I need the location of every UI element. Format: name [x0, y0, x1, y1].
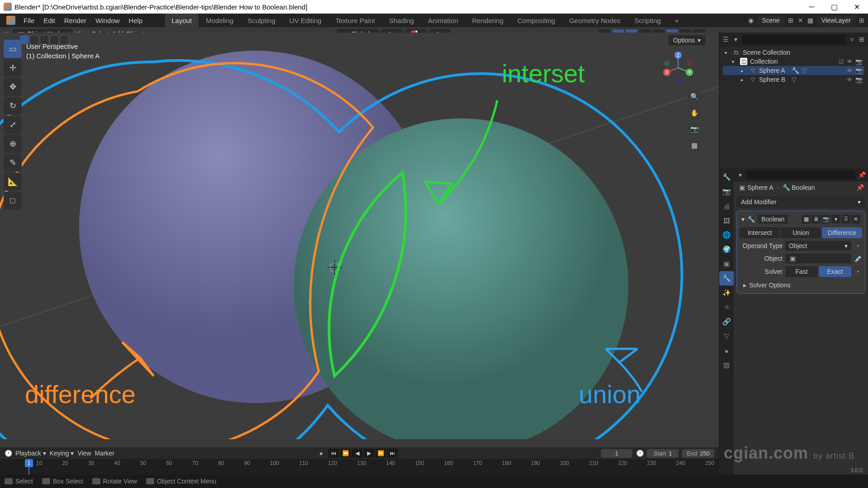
zoom-icon[interactable]: 🔍 [688, 90, 701, 103]
orientation-gizmo[interactable]: Z X Y [660, 50, 696, 86]
op-union[interactable]: Union [781, 227, 821, 238]
pin-icon[interactable]: 📌 [858, 171, 865, 178]
autokey-icon[interactable]: ● [317, 450, 325, 457]
tree-scene-collection[interactable]: ▾🗀Scene Collection [723, 48, 864, 57]
timeline-cursor[interactable]: 1 [25, 459, 33, 467]
tree-collection[interactable]: ▾◫Collection ☑👁📷 [723, 57, 864, 66]
tool-add-cube[interactable]: □ [4, 192, 22, 210]
tab-modeling[interactable]: Modeling [200, 14, 240, 27]
pin-icon[interactable]: 📌 [856, 184, 863, 191]
minimize-button[interactable]: ─ [800, 0, 823, 14]
scene-selector[interactable]: Scene [757, 15, 784, 25]
tab-layout[interactable]: Layout [165, 14, 198, 27]
mod-toggle-render[interactable]: 📷 [821, 215, 830, 224]
eye-icon[interactable]: 👁 [847, 67, 853, 74]
prev-key[interactable]: ⏪ [340, 449, 351, 458]
maximize-button[interactable]: ▢ [823, 0, 845, 14]
tab-animation[interactable]: Animation [422, 14, 465, 27]
new-scene-icon[interactable]: ⊞ [787, 17, 794, 24]
delete-scene-icon[interactable]: ✕ [797, 17, 804, 24]
tab-render[interactable]: 📷 [719, 184, 734, 199]
mod-drag[interactable]: ⠿ [841, 215, 850, 224]
tab-geometry-nodes[interactable]: Geometry Nodes [563, 14, 627, 27]
prop-anim-icon[interactable]: • [854, 268, 862, 275]
tab-texture-paint[interactable]: Texture Paint [329, 14, 382, 27]
viewport-options[interactable]: Options▾ [669, 35, 705, 45]
mod-delete[interactable]: ✕ [851, 215, 860, 224]
solver-exact[interactable]: Exact [819, 266, 851, 277]
camera-icon[interactable]: 📷 [855, 76, 863, 83]
tl-view[interactable]: View [77, 450, 91, 457]
tool-move[interactable]: ✥ [4, 78, 22, 96]
mod-toggle-realtime[interactable]: 🖥 [811, 215, 821, 224]
viewlayer-selector[interactable]: ViewLayer [817, 15, 855, 25]
props-type-icon[interactable]: ▾ [736, 171, 744, 178]
blender-icon[interactable] [6, 16, 15, 25]
mod-toggle-edit[interactable]: ▦ [802, 215, 811, 224]
camera-icon[interactable]: 📷 [688, 123, 701, 136]
solver-options-row[interactable]: ▸Solver Options [740, 280, 862, 291]
eyedropper-icon[interactable]: 💉 [854, 255, 862, 262]
breadcrumb-modifier[interactable]: 🔧Boolean [783, 184, 815, 191]
menu-window[interactable]: Window [91, 14, 124, 27]
tool-rotate[interactable]: ↻ [4, 97, 22, 115]
filter-icon[interactable]: ▿ [848, 36, 855, 43]
new-collection-icon[interactable]: ⊞ [858, 36, 865, 43]
play[interactable]: ▶ [363, 449, 374, 458]
tab-shading[interactable]: Shading [383, 14, 420, 27]
jump-end[interactable]: ⏭ [387, 449, 398, 458]
menu-render[interactable]: Render [60, 14, 91, 27]
tl-playback[interactable]: Playback ▾ [15, 450, 46, 457]
tab-constraints[interactable]: 🔗 [719, 314, 734, 329]
tab-sculpting[interactable]: Sculpting [241, 14, 282, 27]
perspective-icon[interactable]: ▦ [688, 139, 701, 152]
op-intersect[interactable]: Intersect [740, 227, 780, 238]
tab-scripting[interactable]: Scripting [628, 14, 667, 27]
end-frame[interactable]: End250 [682, 449, 714, 458]
pan-icon[interactable]: ✋ [688, 107, 701, 119]
prop-anim-icon[interactable]: • [854, 242, 862, 249]
tab-add[interactable]: + [669, 14, 685, 27]
close-button[interactable]: ✕ [845, 0, 868, 14]
play-reverse[interactable]: ◀ [352, 449, 363, 458]
tool-scale[interactable]: ⤢ [4, 116, 22, 134]
outliner-icon[interactable]: ☰ [722, 36, 729, 43]
camera-icon[interactable]: 📷 [855, 58, 863, 65]
tree-sphere-b[interactable]: ▸▽Sphere B ▽ 👁📷 [723, 75, 864, 84]
tab-output[interactable]: 🖨 [719, 199, 734, 213]
tab-particles[interactable]: ✨ [719, 286, 734, 300]
operand-type-value[interactable]: Object▾ [785, 241, 851, 251]
menu-edit[interactable]: Edit [39, 14, 60, 27]
tree-sphere-a[interactable]: ▸▽Sphere A 🔧▽ 👁📷 [723, 66, 864, 75]
current-frame[interactable]: 1 [601, 449, 632, 458]
mod-extras[interactable]: ▾ [831, 215, 840, 224]
next-key[interactable]: ⏩ [375, 449, 386, 458]
tool-select-box[interactable]: ▭ [4, 40, 22, 58]
tab-object[interactable]: ▣ [719, 257, 734, 271]
add-modifier-button[interactable]: Add Modifier▾ [736, 196, 865, 208]
solver-fast[interactable]: Fast [785, 266, 818, 277]
tab-material[interactable]: ● [719, 343, 734, 358]
tab-physics[interactable]: ⚛ [719, 300, 734, 314]
camera-icon[interactable]: 📷 [855, 67, 863, 74]
menu-help[interactable]: Help [124, 14, 147, 27]
tab-mesh[interactable]: ▽ [719, 329, 734, 343]
disable-icon[interactable]: 👁 [847, 58, 853, 65]
tab-world[interactable]: 🌍 [719, 242, 734, 257]
tab-modifiers[interactable]: 🔧 [719, 271, 734, 286]
tab-uv-editing[interactable]: UV Editing [283, 14, 328, 27]
eye-icon[interactable]: ☑ [839, 58, 844, 65]
modifier-name[interactable]: Boolean [758, 215, 788, 224]
display-mode-icon[interactable]: ▾ [732, 36, 739, 43]
op-difference[interactable]: Difference [822, 227, 862, 238]
tool-annotate[interactable]: ✎ [4, 154, 22, 172]
outliner-search[interactable] [742, 35, 845, 44]
timeline-icon[interactable]: 🕐 [5, 450, 12, 457]
preview-range-icon[interactable]: 🕐 [636, 450, 643, 457]
props-search[interactable] [746, 170, 855, 180]
menu-file[interactable]: File [19, 14, 39, 27]
tab-viewlayer[interactable]: 🖼 [719, 213, 734, 228]
viewport-3d[interactable] [0, 33, 719, 439]
tab-compositing[interactable]: Compositing [511, 14, 561, 27]
tab-rendering[interactable]: Rendering [466, 14, 509, 27]
